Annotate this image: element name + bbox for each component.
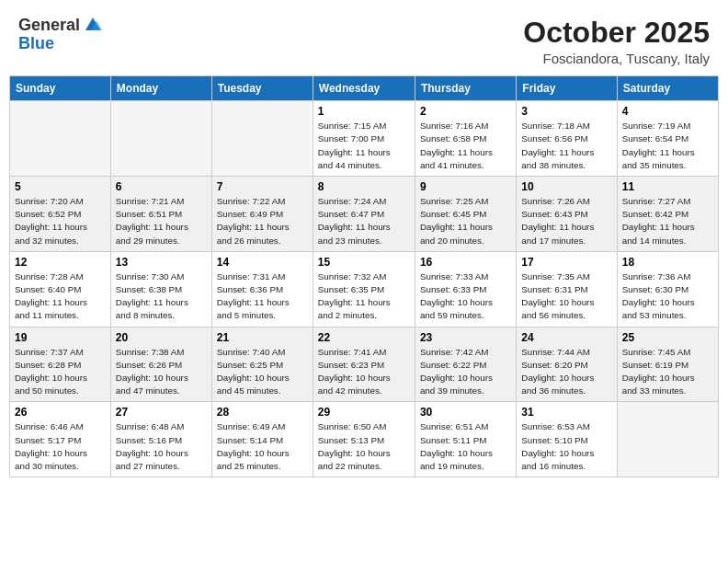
calendar-week-row: 19Sunrise: 7:37 AMSunset: 6:28 PMDayligh… — [10, 327, 719, 402]
day-number: 11 — [622, 180, 713, 193]
day-info: Sunrise: 7:40 AMSunset: 6:25 PMDaylight:… — [217, 346, 308, 398]
day-number: 17 — [521, 256, 611, 269]
day-info: Sunrise: 6:50 AMSunset: 5:13 PMDaylight:… — [318, 420, 410, 473]
day-info: Sunrise: 6:49 AMSunset: 5:14 PMDaylight:… — [217, 420, 308, 473]
calendar-cell: 27Sunrise: 6:48 AMSunset: 5:16 PMDayligh… — [110, 402, 211, 477]
day-info: Sunrise: 7:19 AMSunset: 6:54 PMDaylight:… — [622, 120, 713, 172]
day-number: 2 — [420, 105, 511, 118]
calendar-cell: 5Sunrise: 7:20 AMSunset: 6:52 PMDaylight… — [10, 177, 111, 252]
calendar-cell — [211, 101, 313, 177]
day-header-friday: Friday — [517, 76, 617, 101]
calendar-cell: 24Sunrise: 7:44 AMSunset: 6:20 PMDayligh… — [517, 327, 617, 402]
day-number: 7 — [217, 180, 308, 193]
location: Fosciandora, Tuscany, Italy — [523, 51, 710, 66]
day-info: Sunrise: 7:45 AMSunset: 6:19 PMDaylight:… — [622, 346, 713, 398]
calendar-cell: 4Sunrise: 7:19 AMSunset: 6:54 PMDaylight… — [617, 101, 718, 177]
day-header-sunday: Sunday — [10, 76, 111, 101]
calendar-cell: 8Sunrise: 7:24 AMSunset: 6:47 PMDaylight… — [313, 177, 415, 252]
day-info: Sunrise: 7:37 AMSunset: 6:28 PMDaylight:… — [15, 346, 106, 398]
calendar-cell: 21Sunrise: 7:40 AMSunset: 6:25 PMDayligh… — [211, 327, 313, 402]
day-info: Sunrise: 7:38 AMSunset: 6:26 PMDaylight:… — [116, 346, 207, 398]
day-info: Sunrise: 7:35 AMSunset: 6:31 PMDaylight:… — [521, 270, 611, 323]
calendar-cell: 19Sunrise: 7:37 AMSunset: 6:28 PMDayligh… — [10, 327, 111, 402]
calendar-cell: 25Sunrise: 7:45 AMSunset: 6:19 PMDayligh… — [617, 327, 718, 402]
calendar-cell: 18Sunrise: 7:36 AMSunset: 6:30 PMDayligh… — [617, 251, 718, 327]
calendar-cell: 22Sunrise: 7:41 AMSunset: 6:23 PMDayligh… — [313, 327, 415, 402]
calendar-cell: 29Sunrise: 6:50 AMSunset: 5:13 PMDayligh… — [313, 402, 415, 477]
day-number: 19 — [15, 331, 106, 344]
calendar-cell: 1Sunrise: 7:15 AMSunset: 7:00 PMDaylight… — [313, 101, 415, 177]
day-info: Sunrise: 6:51 AMSunset: 5:11 PMDaylight:… — [420, 420, 511, 473]
day-number: 24 — [521, 331, 611, 344]
day-header-saturday: Saturday — [617, 76, 718, 101]
day-number: 6 — [116, 180, 207, 193]
day-header-wednesday: Wednesday — [313, 76, 415, 101]
day-info: Sunrise: 7:25 AMSunset: 6:45 PMDaylight:… — [420, 195, 511, 247]
day-info: Sunrise: 7:28 AMSunset: 6:40 PMDaylight:… — [15, 270, 106, 323]
calendar-cell: 7Sunrise: 7:22 AMSunset: 6:49 PMDaylight… — [211, 177, 313, 252]
calendar-table: SundayMondayTuesdayWednesdayThursdayFrid… — [9, 75, 719, 477]
day-info: Sunrise: 7:24 AMSunset: 6:47 PMDaylight:… — [318, 195, 410, 247]
day-info: Sunrise: 6:46 AMSunset: 5:17 PMDaylight:… — [15, 420, 106, 473]
calendar-cell: 20Sunrise: 7:38 AMSunset: 6:26 PMDayligh… — [110, 327, 211, 402]
title-block: October 2025 Fosciandora, Tuscany, Italy — [523, 17, 710, 66]
day-number: 4 — [622, 105, 713, 118]
day-number: 13 — [116, 256, 207, 269]
calendar-cell: 13Sunrise: 7:30 AMSunset: 6:38 PMDayligh… — [110, 251, 211, 327]
logo-icon — [82, 14, 102, 34]
day-info: Sunrise: 7:31 AMSunset: 6:36 PMDaylight:… — [217, 270, 308, 323]
day-info: Sunrise: 6:48 AMSunset: 5:16 PMDaylight:… — [116, 420, 207, 473]
calendar-cell — [110, 101, 211, 177]
day-number: 28 — [217, 406, 308, 419]
day-number: 9 — [420, 180, 511, 193]
calendar-cell: 12Sunrise: 7:28 AMSunset: 6:40 PMDayligh… — [10, 251, 111, 327]
day-number: 26 — [15, 406, 106, 419]
day-number: 22 — [318, 331, 410, 344]
day-header-tuesday: Tuesday — [211, 76, 313, 101]
month-title: October 2025 — [523, 17, 710, 49]
day-number: 21 — [217, 331, 308, 344]
calendar-cell: 31Sunrise: 6:53 AMSunset: 5:10 PMDayligh… — [517, 402, 617, 477]
day-info: Sunrise: 7:20 AMSunset: 6:52 PMDaylight:… — [15, 195, 106, 247]
day-number: 15 — [318, 256, 410, 269]
day-number: 31 — [521, 406, 611, 419]
day-number: 3 — [521, 105, 611, 118]
page-header: General Blue October 2025 Fosciandora, T… — [9, 9, 719, 70]
day-number: 8 — [318, 180, 410, 193]
calendar-week-row: 1Sunrise: 7:15 AMSunset: 7:00 PMDaylight… — [10, 101, 719, 177]
day-info: Sunrise: 7:18 AMSunset: 6:56 PMDaylight:… — [521, 120, 611, 172]
day-number: 10 — [521, 180, 611, 193]
day-number: 23 — [420, 331, 511, 344]
header-row: SundayMondayTuesdayWednesdayThursdayFrid… — [10, 76, 719, 101]
calendar-week-row: 12Sunrise: 7:28 AMSunset: 6:40 PMDayligh… — [10, 251, 719, 327]
day-info: Sunrise: 7:21 AMSunset: 6:51 PMDaylight:… — [116, 195, 207, 247]
day-number: 5 — [15, 180, 106, 193]
day-info: Sunrise: 7:27 AMSunset: 6:42 PMDaylight:… — [622, 195, 713, 247]
calendar-cell: 6Sunrise: 7:21 AMSunset: 6:51 PMDaylight… — [110, 177, 211, 252]
calendar-cell: 3Sunrise: 7:18 AMSunset: 6:56 PMDaylight… — [517, 101, 617, 177]
day-info: Sunrise: 7:36 AMSunset: 6:30 PMDaylight:… — [622, 270, 713, 323]
day-info: Sunrise: 7:26 AMSunset: 6:43 PMDaylight:… — [521, 195, 611, 247]
day-number: 25 — [622, 331, 713, 344]
day-info: Sunrise: 7:33 AMSunset: 6:33 PMDaylight:… — [420, 270, 511, 323]
day-number: 20 — [116, 331, 207, 344]
day-info: Sunrise: 7:42 AMSunset: 6:22 PMDaylight:… — [420, 346, 511, 398]
calendar-cell: 30Sunrise: 6:51 AMSunset: 5:11 PMDayligh… — [415, 402, 516, 477]
calendar-cell: 11Sunrise: 7:27 AMSunset: 6:42 PMDayligh… — [617, 177, 718, 252]
day-number: 16 — [420, 256, 511, 269]
calendar-cell: 16Sunrise: 7:33 AMSunset: 6:33 PMDayligh… — [415, 251, 516, 327]
calendar-cell: 9Sunrise: 7:25 AMSunset: 6:45 PMDaylight… — [415, 177, 516, 252]
calendar-cell: 23Sunrise: 7:42 AMSunset: 6:22 PMDayligh… — [415, 327, 516, 402]
day-info: Sunrise: 7:41 AMSunset: 6:23 PMDaylight:… — [318, 346, 410, 398]
calendar-week-row: 26Sunrise: 6:46 AMSunset: 5:17 PMDayligh… — [10, 402, 719, 477]
logo-blue: Blue — [18, 34, 54, 52]
day-info: Sunrise: 7:44 AMSunset: 6:20 PMDaylight:… — [521, 346, 611, 398]
logo-general: General — [18, 17, 80, 35]
calendar-cell — [10, 101, 111, 177]
calendar-cell: 14Sunrise: 7:31 AMSunset: 6:36 PMDayligh… — [211, 251, 313, 327]
day-header-monday: Monday — [110, 76, 211, 101]
day-number: 14 — [217, 256, 308, 269]
calendar-cell — [617, 402, 718, 477]
logo: General Blue — [18, 17, 102, 53]
day-info: Sunrise: 7:32 AMSunset: 6:35 PMDaylight:… — [318, 270, 410, 323]
